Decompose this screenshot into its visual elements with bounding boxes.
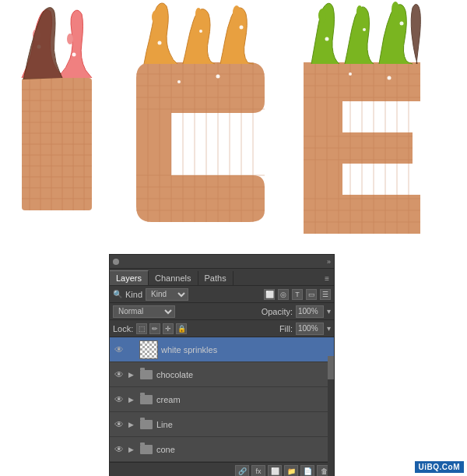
expand-arrow-3[interactable]: ▶: [128, 421, 136, 428]
layer-name-3: Line: [156, 420, 331, 429]
scrollbar-thumb[interactable]: [328, 356, 334, 379]
adjust-icon[interactable]: ◎: [278, 289, 289, 300]
layers-panel: » Layers Channels Paths ≡ 🔍 Kind Kind ⬜ …: [109, 254, 335, 476]
svg-point-49: [216, 75, 220, 79]
fill-input[interactable]: [296, 323, 324, 335]
panel-titlebar: »: [110, 255, 334, 269]
layer-cream[interactable]: 👁 ▶ cream: [110, 387, 334, 412]
svg-point-46: [199, 30, 202, 33]
svg-point-70: [392, 2, 399, 17]
visibility-icon-2[interactable]: 👁: [113, 393, 125, 406]
watermark: UiBQ.CoM: [415, 461, 464, 473]
tab-layers[interactable]: Layers: [110, 270, 149, 285]
layer-cone[interactable]: 👁 ▶ cone: [110, 437, 334, 462]
collapse-icon[interactable]: »: [327, 258, 331, 266]
svg-point-71: [325, 37, 329, 41]
visibility-icon-4[interactable]: 👁: [113, 443, 125, 456]
svg-point-42: [152, 10, 160, 24]
tab-paths[interactable]: Paths: [198, 271, 234, 285]
kind-label: Kind: [125, 290, 142, 299]
panel-tabs: Layers Channels Paths ≡: [110, 269, 334, 286]
kind-row: 🔍 Kind Kind ⬜ ◎ T ▭ ☰: [110, 286, 334, 303]
svg-point-45: [158, 41, 162, 45]
visibility-icon-3[interactable]: 👁: [113, 418, 125, 431]
kind-icons: ⬜ ◎ T ▭ ☰: [264, 289, 331, 300]
close-button[interactable]: [113, 259, 119, 265]
tab-menu-icon[interactable]: ≡: [320, 272, 334, 285]
expand-arrow-2[interactable]: ▶: [128, 396, 136, 404]
fill-unit: ▾: [327, 324, 331, 333]
folder-icon-4: [139, 444, 153, 455]
expand-arrow-4[interactable]: ▶: [128, 446, 136, 453]
new-layer-button[interactable]: 📄: [300, 465, 314, 477]
layer-white-sprinkles[interactable]: 👁 white sprinkles: [110, 337, 334, 362]
lock-transparency-icon[interactable]: ⬚: [136, 323, 147, 334]
visibility-icon-1[interactable]: 👁: [113, 368, 125, 381]
svg-point-44: [233, 5, 241, 19]
svg-point-73: [400, 22, 404, 26]
shape-icon[interactable]: ▭: [306, 289, 317, 300]
layer-thumbnail-0: [139, 340, 158, 359]
svg-point-69: [356, 5, 363, 18]
layer-chocolate[interactable]: 👁 ▶ chocolate: [110, 362, 334, 387]
layer-name-1: chocolate: [156, 370, 331, 379]
blend-mode-dropdown[interactable]: Normal: [113, 305, 175, 318]
folder-icon-2: [139, 394, 153, 405]
layers-scrollbar[interactable]: [328, 356, 334, 476]
svg-point-68: [318, 9, 326, 23]
folder-icon-3: [139, 419, 153, 430]
lock-all-icon[interactable]: 🔒: [176, 323, 187, 334]
artwork-area: [0, 0, 467, 242]
visibility-icon-0[interactable]: 👁: [113, 344, 125, 356]
svg-point-47: [240, 26, 244, 30]
smart-icon[interactable]: ☰: [320, 289, 331, 300]
opacity-input[interactable]: [296, 305, 324, 318]
opacity-label: Opacity:: [262, 307, 293, 316]
svg-point-48: [177, 80, 181, 83]
pixel-icon[interactable]: ⬜: [264, 289, 275, 300]
search-icon: 🔍: [113, 290, 122, 298]
svg-point-75: [388, 76, 392, 80]
layer-name-0: white sprinkles: [161, 345, 331, 354]
panel-bottom-bar: 🔗 fx ⬜ 📁 📄 🗑: [110, 462, 334, 476]
svg-point-74: [349, 72, 352, 76]
blend-row: Normal Opacity: ▾: [110, 303, 334, 320]
folder-icon-1: [139, 369, 153, 380]
layer-name-2: cream: [156, 395, 331, 404]
lock-paint-icon[interactable]: ✏: [149, 323, 160, 334]
fill-label: Fill:: [279, 324, 293, 333]
lock-label: Lock:: [113, 324, 133, 333]
svg-point-20: [67, 33, 73, 44]
add-style-button[interactable]: fx: [251, 465, 265, 477]
svg-point-43: [195, 8, 202, 20]
expand-arrow-1[interactable]: ▶: [128, 371, 136, 379]
kind-dropdown[interactable]: Kind: [146, 288, 188, 301]
svg-point-72: [363, 28, 366, 31]
lock-row: Lock: ⬚ ✏ ✛ 🔒 Fill: ▾: [110, 320, 334, 337]
layers-list: 👁 white sprinkles 👁 ▶ chocolate 👁 ▶ crea…: [110, 337, 334, 462]
svg-point-23: [72, 53, 76, 57]
mask-button[interactable]: ⬜: [268, 465, 282, 477]
tab-channels[interactable]: Channels: [149, 271, 198, 285]
opacity-unit: ▾: [327, 307, 331, 316]
new-group-button[interactable]: 📁: [284, 465, 298, 477]
layer-name-4: cone: [156, 445, 331, 454]
lock-icons: ⬚ ✏ ✛ 🔒: [136, 323, 187, 334]
link-layers-button[interactable]: 🔗: [235, 465, 249, 477]
svg-point-22: [57, 33, 60, 37]
type-icon[interactable]: T: [292, 289, 303, 300]
lock-move-icon[interactable]: ✛: [163, 323, 174, 334]
layer-line[interactable]: 👁 ▶ Line: [110, 412, 334, 437]
